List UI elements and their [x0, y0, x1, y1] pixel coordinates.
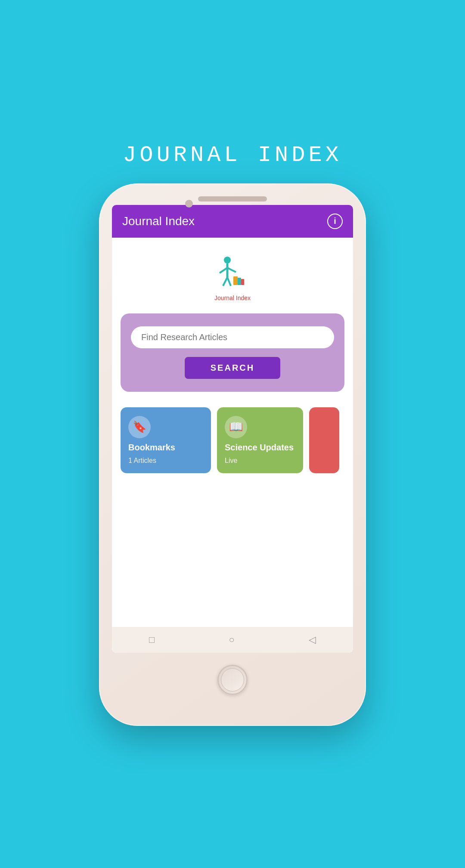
svg-line-4	[223, 277, 227, 286]
nav-square-icon[interactable]: □	[149, 634, 155, 645]
svg-point-0	[224, 257, 231, 264]
phone-camera	[185, 200, 193, 208]
page-heading: Journal Index	[123, 143, 342, 168]
app-bar-title: Journal Index	[122, 214, 195, 228]
phone-frame: Journal Index i	[99, 183, 366, 726]
phone-screen: Journal Index i	[112, 205, 353, 653]
svg-rect-6	[233, 276, 238, 285]
home-button[interactable]	[217, 665, 248, 695]
svg-line-2	[220, 268, 227, 273]
search-input[interactable]	[141, 332, 324, 342]
page-title-area: Journal Index	[123, 143, 342, 168]
science-title: Science Updates	[225, 443, 294, 453]
phone-bottom	[108, 659, 357, 695]
svg-line-5	[227, 277, 231, 286]
science-subtitle: Live	[225, 457, 237, 465]
nav-back-icon[interactable]: ◁	[309, 634, 316, 645]
svg-rect-7	[238, 278, 241, 285]
logo-text: Journal Index	[214, 294, 251, 301]
red-card[interactable]	[309, 407, 339, 473]
science-icon: 📖	[229, 420, 243, 434]
cards-row: 🔖 Bookmarks 1 Articles 📖 Science Updates…	[121, 407, 344, 473]
app-logo	[211, 251, 254, 294]
bookmarks-icon-circle: 🔖	[128, 416, 151, 438]
nav-circle-icon[interactable]: ○	[229, 634, 234, 645]
svg-line-3	[227, 268, 236, 272]
svg-rect-8	[241, 279, 244, 285]
science-updates-card[interactable]: 📖 Science Updates Live	[217, 407, 303, 473]
screen-content: Journal Index SEARCH 🔖 Bookmarks 1 Artic…	[112, 238, 353, 627]
search-button[interactable]: SEARCH	[185, 357, 280, 379]
bookmarks-card[interactable]: 🔖 Bookmarks 1 Articles	[121, 407, 211, 473]
home-button-inner	[221, 668, 244, 691]
app-bar: Journal Index i	[112, 205, 353, 238]
science-icon-circle: 📖	[225, 416, 247, 438]
search-input-wrap[interactable]	[131, 326, 334, 348]
bookmarks-subtitle: 1 Articles	[128, 457, 156, 465]
info-icon: i	[334, 216, 336, 226]
phone-speaker	[198, 196, 267, 202]
bookmarks-title: Bookmarks	[128, 443, 175, 453]
nav-bar: □ ○ ◁	[112, 627, 353, 653]
bookmark-icon: 🔖	[133, 420, 146, 434]
info-button[interactable]: i	[327, 214, 343, 229]
logo-area: Journal Index	[211, 251, 254, 301]
search-card: SEARCH	[121, 313, 344, 392]
